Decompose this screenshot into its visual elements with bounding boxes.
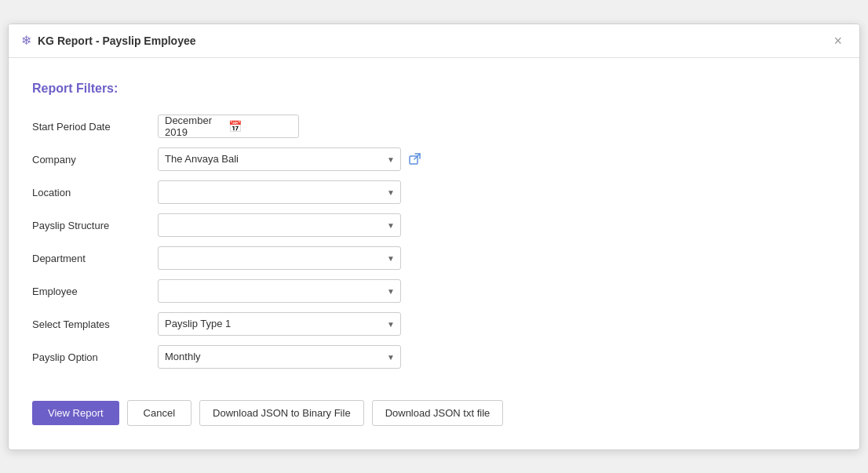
department-select-wrapper: ▼ [158,246,401,270]
location-select-wrapper: ▼ [158,180,401,204]
company-label: Company [32,147,158,171]
start-period-date-field: December 2019 📅 [158,115,503,138]
select-templates-select-wrapper: Payslip Type 1 ▼ [158,312,401,336]
location-label: Location [32,180,158,204]
company-select-wrapper: The Anvaya Bali ▼ [158,147,401,171]
payslip-option-select[interactable]: Monthly Weekly Daily [158,345,401,369]
company-external-link-button[interactable] [407,151,423,167]
date-value: December 2019 [165,115,228,138]
start-period-date-label: Start Period Date [32,115,158,138]
department-select[interactable] [158,246,401,270]
department-label: Department [32,246,158,270]
payslip-structure-select-wrapper: ▼ [158,213,401,237]
employee-field: ▼ [158,279,503,303]
dialog-title-row: ❄ KG Report - Payslip Employee [21,33,196,48]
payslip-option-label: Payslip Option [32,345,158,369]
payslip-structure-field: ▼ [158,213,503,237]
location-select[interactable] [158,180,401,204]
dialog-container: ❄ KG Report - Payslip Employee × Report … [8,24,860,450]
company-select[interactable]: The Anvaya Bali [158,147,401,171]
snowflake-icon: ❄ [21,33,31,48]
section-title: Report Filters: [32,82,836,96]
form-grid: Start Period Date December 2019 📅 Compan… [32,115,503,369]
employee-label: Employee [32,279,158,303]
payslip-structure-select[interactable] [158,213,401,237]
dialog-footer: View Report Cancel Download JSON to Bina… [9,384,859,449]
close-button[interactable]: × [829,32,847,49]
select-templates-field: Payslip Type 1 ▼ [158,312,503,336]
download-json-binary-button[interactable]: Download JSON to Binary File [199,400,364,426]
location-field: ▼ [158,180,503,204]
select-templates-select[interactable]: Payslip Type 1 [158,312,401,336]
company-field: The Anvaya Bali ▼ [158,147,503,171]
cancel-button[interactable]: Cancel [127,400,191,426]
select-templates-label: Select Templates [32,312,158,336]
dialog-header: ❄ KG Report - Payslip Employee × [9,24,859,58]
payslip-option-select-wrapper: Monthly Weekly Daily ▼ [158,345,401,369]
download-json-txt-button[interactable]: Download JSON txt file [372,400,504,426]
start-period-date-input[interactable]: December 2019 📅 [158,115,299,138]
calendar-icon: 📅 [228,120,292,133]
employee-select-wrapper: ▼ [158,279,401,303]
employee-select[interactable] [158,279,401,303]
payslip-option-field: Monthly Weekly Daily ▼ [158,345,503,369]
view-report-button[interactable]: View Report [32,401,119,425]
dialog-body: Report Filters: Start Period Date Decemb… [9,58,859,384]
payslip-structure-label: Payslip Structure [32,213,158,237]
dialog-title: KG Report - Payslip Employee [38,35,196,47]
external-link-icon [409,153,421,166]
department-field: ▼ [158,246,503,270]
